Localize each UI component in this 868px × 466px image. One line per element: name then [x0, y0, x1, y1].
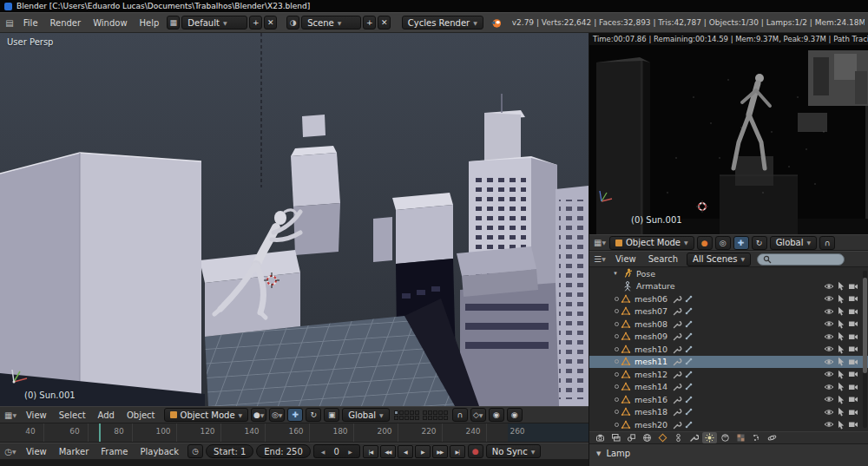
cursor-icon[interactable]	[837, 319, 845, 329]
properties-tab-render[interactable]	[593, 432, 608, 443]
eye-icon[interactable]	[824, 319, 834, 328]
outliner-search-input[interactable]	[774, 255, 838, 264]
camera-icon[interactable]	[848, 370, 858, 378]
outliner-item[interactable]: mesh06	[589, 292, 868, 305]
render-engine-selector[interactable]: Cycles Render ▼	[402, 16, 483, 30]
lamp-panel-header[interactable]: ▼ Lamp	[589, 444, 868, 463]
outliner-item[interactable]: mesh11	[589, 356, 868, 369]
eye-icon[interactable]	[824, 408, 834, 417]
timeline-ruler[interactable]: 406080100120140160180200220240260	[0, 423, 589, 443]
outliner-menu-view[interactable]: View	[609, 254, 642, 264]
outliner-search-field[interactable]	[757, 253, 845, 266]
editor-type-icon[interactable]: ▦▼	[593, 237, 607, 249]
timeline-menu-frame[interactable]: Frame	[95, 447, 134, 456]
transform-orientation-selector[interactable]: Global ▼	[342, 408, 390, 422]
manipulator-scale-button[interactable]: ▣	[324, 408, 339, 422]
editor-type-icon[interactable]: ▦▼	[3, 409, 17, 421]
playback-play-reverse-button[interactable]: ◀	[398, 445, 413, 458]
snap-element-button[interactable]: ◇▼	[470, 408, 486, 422]
camera-icon[interactable]	[848, 408, 858, 417]
playback-play-button[interactable]: ▶	[415, 445, 431, 458]
outliner-item[interactable]: mesh12	[589, 368, 868, 381]
transform-orientation-selector[interactable]: Global ▼	[770, 236, 818, 250]
viewport-shading-button[interactable]: ●	[697, 236, 713, 250]
manipulator-rotate-button[interactable]: ↻	[306, 408, 321, 422]
playback-next-keyframe-button[interactable]: ▶▶	[432, 445, 448, 458]
properties-tab-physics[interactable]	[765, 432, 779, 443]
eye-icon[interactable]	[824, 282, 834, 291]
outliner-editor-icon[interactable]: ☰▼	[593, 253, 607, 266]
snap-magnet-button[interactable]: ∩	[819, 236, 835, 250]
camera-icon[interactable]	[848, 307, 858, 316]
layout-close-button[interactable]: ✕	[264, 16, 277, 30]
properties-tab-material[interactable]	[718, 432, 733, 443]
viewport-menu-select[interactable]: Select	[53, 410, 92, 420]
cursor-icon[interactable]	[837, 331, 845, 341]
scrollbar-thumb[interactable]	[863, 278, 867, 373]
layout-add-button[interactable]: +	[249, 16, 262, 30]
outliner-item[interactable]: mesh10	[589, 343, 868, 356]
expand-caret-icon[interactable]: ▾	[612, 270, 619, 277]
layout-browse-button[interactable]: ▦	[167, 16, 180, 30]
properties-tab-constraints[interactable]	[671, 432, 686, 443]
viewport-shading-button[interactable]: ●▼	[251, 408, 266, 422]
camera-icon[interactable]	[848, 294, 858, 303]
cursor-icon[interactable]	[837, 407, 845, 417]
manipulator-translate-button[interactable]: ✚	[733, 236, 749, 250]
scene-close-button[interactable]: ✕	[378, 16, 391, 30]
eye-icon[interactable]	[824, 345, 834, 353]
current-frame-field[interactable]: ◀ 0 ▶	[313, 444, 360, 458]
infobar-menu-help[interactable]: Help	[134, 18, 166, 28]
mode-selector[interactable]: Object Mode ▼	[609, 236, 694, 250]
cursor-icon[interactable]	[837, 281, 845, 291]
info-editor-icon[interactable]: ▤	[3, 16, 16, 29]
eye-icon[interactable]	[824, 383, 834, 391]
scene-browse-button[interactable]: ◑	[286, 16, 299, 30]
timeline-menu-view[interactable]: View	[20, 447, 53, 456]
stepper-left-icon[interactable]: ◀	[321, 449, 326, 455]
pivot-center-button[interactable]: ◎▼	[269, 408, 285, 422]
cursor-icon[interactable]	[837, 345, 845, 354]
scene-selector[interactable]: Scene ▼	[301, 16, 361, 30]
preview-range-clock-icon[interactable]: ◷	[187, 444, 203, 458]
eye-icon[interactable]	[824, 294, 834, 303]
scene-add-button[interactable]: +	[363, 16, 376, 30]
outliner-item[interactable]: mesh20	[589, 418, 868, 431]
outliner-item[interactable]: mesh16	[589, 393, 868, 406]
camera-icon[interactable]	[848, 282, 858, 291]
opengl-render-button[interactable]: ◉	[489, 408, 504, 422]
eye-icon[interactable]	[824, 420, 834, 429]
eye-icon[interactable]	[824, 332, 834, 341]
eye-icon[interactable]	[824, 370, 834, 378]
auto-keyframe-record-button[interactable]: ●	[468, 444, 483, 458]
manipulator-rotate-button[interactable]: ↻	[752, 236, 767, 250]
eye-icon[interactable]	[824, 358, 834, 366]
viewport-menu-view[interactable]: View	[20, 410, 53, 420]
properties-tab-world[interactable]	[640, 432, 654, 443]
outliner-item[interactable]: ▾ Pose	[589, 267, 868, 280]
stepper-right-icon[interactable]: ▶	[348, 449, 352, 455]
outliner-scrollbar[interactable]	[863, 271, 867, 428]
eye-icon[interactable]	[824, 307, 834, 316]
camera-icon[interactable]	[848, 358, 858, 366]
sync-mode-selector[interactable]: No Sync ▼	[486, 444, 542, 458]
playback-jump-to-start-button[interactable]: |◀	[363, 445, 378, 458]
camera-icon[interactable]	[848, 395, 858, 404]
camera-icon[interactable]	[848, 332, 858, 341]
outliner-menu-search[interactable]: Search	[642, 254, 684, 264]
cursor-icon[interactable]	[837, 294, 845, 304]
viewport-menu-add[interactable]: Add	[92, 410, 121, 420]
infobar-menu-window[interactable]: Window	[87, 18, 133, 28]
cursor-icon[interactable]	[837, 420, 845, 430]
frame-start-field[interactable]: Start: 1	[206, 444, 253, 458]
camera-icon[interactable]	[848, 420, 858, 429]
outliner-item[interactable]: mesh07	[589, 305, 868, 318]
opengl-render-anim-button[interactable]: ◉	[507, 408, 523, 422]
properties-tab-modifiers[interactable]	[687, 432, 701, 443]
layers-widget[interactable]	[392, 410, 450, 420]
infobar-menu-render[interactable]: Render	[44, 18, 88, 28]
properties-tab-render-layers[interactable]	[608, 432, 623, 443]
cursor-icon[interactable]	[837, 306, 845, 316]
layout-selector[interactable]: Default ▼	[181, 16, 247, 30]
outliner-item[interactable]: mesh18	[589, 406, 868, 419]
